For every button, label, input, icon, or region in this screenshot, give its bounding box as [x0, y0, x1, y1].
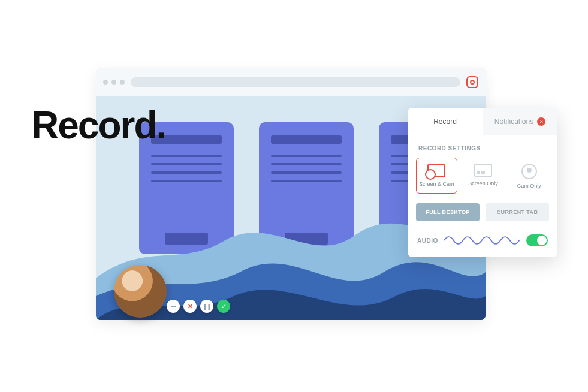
card-text-line — [151, 180, 222, 182]
page-title: Record. — [31, 103, 165, 147]
tab-record[interactable]: Record — [408, 108, 483, 135]
mode-cam-only[interactable]: Cam Only — [509, 158, 549, 194]
cam-icon — [521, 164, 537, 179]
pause-button[interactable]: ❚❚ — [200, 300, 213, 313]
browser-chrome — [96, 68, 486, 96]
notification-count-badge: 3 — [537, 117, 545, 126]
audio-label: AUDIO — [417, 237, 438, 244]
audio-row: AUDIO — [408, 230, 557, 246]
address-bar[interactable] — [131, 77, 460, 87]
card-text-line — [151, 155, 222, 157]
mode-screen-and-cam[interactable]: Screen & Cam — [416, 158, 457, 194]
dot-icon — [120, 80, 125, 85]
mode-screen-cam-label: Screen & Cam — [419, 181, 454, 187]
audio-toggle[interactable] — [526, 234, 548, 246]
tab-notifications[interactable]: Notifications 3 — [483, 108, 557, 135]
current-tab-label: CURRENT TAB — [497, 209, 538, 215]
stop-button[interactable]: ✕ — [183, 300, 197, 313]
camera-bubble[interactable] — [114, 265, 167, 318]
card-text-line — [271, 171, 342, 174]
panel-tabs: Record Notifications 3 — [408, 108, 557, 135]
full-desktop-label: FULL DESKTOP — [426, 209, 469, 215]
card-heading-bar — [271, 135, 342, 144]
audio-waveform-icon — [444, 234, 520, 246]
screen-icon — [474, 164, 492, 177]
card-text-line — [151, 171, 222, 174]
minimize-button[interactable] — [167, 300, 180, 313]
recorder-panel: Record Notifications 3 RECORD SETTINGS S… — [408, 108, 557, 257]
screen-cam-icon — [427, 164, 445, 177]
recording-controls: ✕ ❚❚ ✓ — [167, 300, 230, 313]
card-text-line — [151, 163, 222, 165]
stage: Record. — [0, 0, 588, 392]
tab-notifications-label: Notifications — [494, 117, 533, 126]
mode-screen-only-label: Screen Only — [468, 180, 498, 186]
dot-icon — [103, 80, 108, 85]
logo-inner-icon — [470, 80, 475, 85]
window-traffic-dots — [103, 80, 125, 85]
capture-scope-row: FULL DESKTOP CURRENT TAB — [408, 194, 557, 230]
full-desktop-button[interactable]: FULL DESKTOP — [416, 203, 480, 221]
dot-icon — [111, 80, 116, 85]
confirm-button[interactable]: ✓ — [217, 300, 230, 313]
mode-cam-only-label: Cam Only — [517, 183, 541, 189]
card-text-line — [271, 163, 342, 165]
tab-record-label: Record — [433, 117, 457, 126]
record-mode-row: Screen & Cam Screen Only Cam Only — [408, 158, 557, 194]
card-text-line — [271, 180, 342, 182]
app-logo-icon[interactable] — [466, 76, 478, 88]
record-settings-heading: RECORD SETTINGS — [408, 135, 557, 158]
mode-screen-only[interactable]: Screen Only — [463, 158, 503, 194]
current-tab-button[interactable]: CURRENT TAB — [486, 203, 549, 221]
card-text-line — [271, 155, 342, 157]
